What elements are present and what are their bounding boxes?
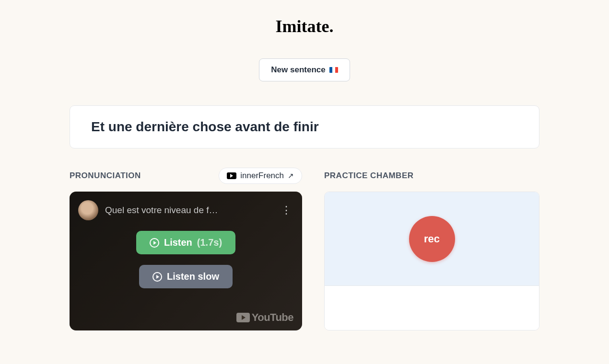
- record-button[interactable]: rec: [409, 216, 455, 262]
- youtube-icon: [227, 172, 236, 179]
- practice-record-area: rec: [325, 192, 539, 286]
- source-link[interactable]: innerFrench ↗: [219, 168, 302, 184]
- app-title: Imitate.: [70, 16, 539, 36]
- listen-label: Listen: [164, 237, 192, 248]
- source-channel: innerFrench: [240, 171, 284, 181]
- new-sentence-button[interactable]: New sentence: [259, 58, 350, 81]
- video-menu-icon[interactable]: ⋮: [279, 205, 293, 215]
- listen-slow-button[interactable]: Listen slow: [139, 265, 233, 288]
- external-link-icon: ↗: [288, 171, 294, 180]
- channel-avatar: [78, 200, 98, 220]
- practice-section-title: PRACTICE CHAMBER: [324, 171, 414, 181]
- play-icon: [152, 272, 162, 282]
- play-icon: [150, 238, 159, 248]
- video-title: Quel est votre niveau de f…: [105, 205, 272, 216]
- listen-slow-label: Listen slow: [167, 271, 219, 282]
- sentence-card: Et une dernière chose avant de finir: [70, 105, 539, 148]
- video-player[interactable]: Quel est votre niveau de f… ⋮ Listen (1.…: [70, 192, 302, 330]
- listen-button[interactable]: Listen (1.7s): [136, 231, 235, 254]
- practice-chamber: rec: [324, 192, 539, 330]
- practice-playback-area: [325, 286, 539, 330]
- listen-duration: (1.7s): [197, 237, 222, 248]
- pronunciation-section-title: PRONUNCIATION: [70, 171, 141, 181]
- sentence-text: Et une dernière chose avant de finir: [91, 119, 518, 135]
- france-flag-icon: [329, 67, 338, 73]
- new-sentence-label: New sentence: [271, 65, 325, 75]
- youtube-logo-icon: [236, 313, 250, 322]
- youtube-wordmark: YouTube: [236, 311, 293, 324]
